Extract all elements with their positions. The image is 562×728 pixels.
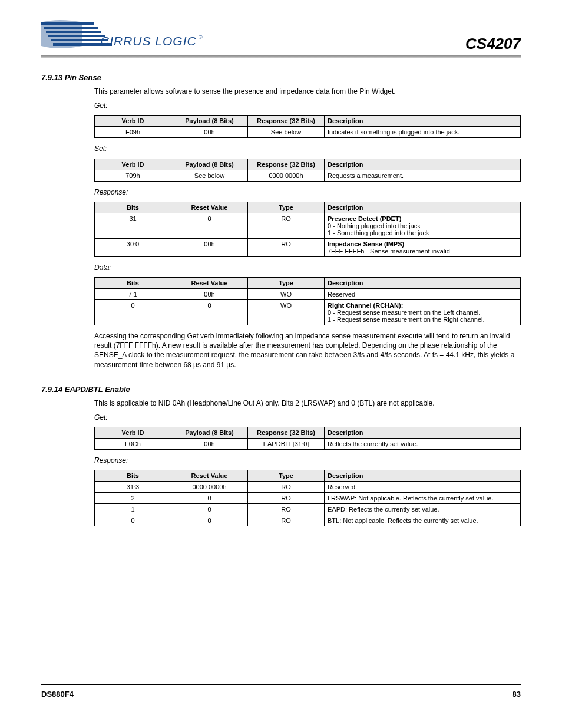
th: Bits (95, 202, 171, 213)
td: Reflects the currently set value. (325, 439, 521, 450)
td: Reserved (325, 288, 521, 299)
th: Verb ID (95, 159, 171, 170)
th: Description (325, 427, 521, 439)
td: See below (171, 170, 248, 181)
td: 0000 0000h (171, 482, 248, 493)
th: Response (32 Bits) (248, 427, 325, 439)
response-table-2: Bits Reset Value Type Description 31:3 0… (94, 470, 521, 526)
table-row: 0 0 WO Right Channel (RCHAN):0 - Request… (95, 299, 521, 325)
td: LRSWAP: Not applicable. Reflects the cur… (325, 493, 521, 504)
th: Type (248, 470, 325, 482)
td: RO (248, 482, 325, 493)
th: Reset Value (171, 202, 248, 213)
td: EAPD: Reflects the currently set value. (325, 504, 521, 515)
table-row: F09h 00h See below Indicates if somethin… (95, 127, 521, 138)
get-table-1: Verb ID Payload (8 Bits) Response (32 Bi… (94, 115, 521, 138)
td: 00h (171, 238, 248, 256)
desc-title: Presence Detect (PDET) (328, 215, 401, 222)
section-note: Accessing the corresponding Get verb imm… (94, 331, 521, 370)
page-footer: DS880F4 83 (41, 684, 521, 699)
th: Description (325, 277, 521, 288)
data-label: Data: (94, 263, 521, 272)
th: Payload (8 Bits) (171, 159, 248, 170)
td: 31:3 (95, 482, 171, 493)
th: Payload (8 Bits) (171, 427, 248, 439)
table-row: 31 0 RO Presence Detect (PDET)0 - Nothin… (95, 213, 521, 238)
table-row: 709h See below 0000 0000h Requests a mea… (95, 170, 521, 181)
section-intro: This parameter allows software to sense … (94, 87, 521, 96)
td: 0 (171, 493, 248, 504)
td: Reserved. (325, 482, 521, 493)
svg-text:CIRRUS LOGIC: CIRRUS LOGIC (100, 34, 197, 48)
table-row: 7:1 00h WO Reserved (95, 288, 521, 299)
cirrus-logic-logo: CIRRUS LOGIC ® (41, 18, 206, 53)
td: 00h (171, 288, 248, 299)
td: RO (248, 515, 325, 526)
table-header-row: Verb ID Payload (8 Bits) Response (32 Bi… (95, 116, 521, 127)
response-label-2: Response: (94, 456, 521, 465)
set-label: Set: (94, 144, 521, 153)
get-table-2: Verb ID Payload (8 Bits) Response (32 Bi… (94, 427, 521, 450)
page-header: CIRRUS LOGIC ® CS4207 (41, 18, 521, 55)
doc-id: DS880F4 (41, 690, 74, 699)
td: WO (248, 299, 325, 325)
td: Requests a measurement. (325, 170, 521, 181)
page-number: 83 (513, 690, 521, 699)
section-intro-2: This is applicable to NID 0Ah (Headphone… (94, 398, 521, 408)
td: 1 (95, 504, 171, 515)
data-table-1: Bits Reset Value Type Description 7:1 00… (94, 277, 521, 325)
td: 0 (171, 213, 248, 238)
td: 7:1 (95, 288, 171, 299)
td: 0000 0000h (248, 170, 325, 181)
response-table-1: Bits Reset Value Type Description 31 0 R… (94, 202, 521, 257)
td: 0 (171, 515, 248, 526)
part-number: CS4207 (465, 35, 521, 53)
th: Bits (95, 277, 171, 288)
td: WO (248, 288, 325, 299)
th: Reset Value (171, 470, 248, 482)
th: Reset Value (171, 277, 248, 288)
th: Type (248, 202, 325, 213)
td: 00h (171, 439, 248, 450)
table-row: 31:3 0000 0000h RO Reserved. (95, 482, 521, 493)
th: Description (325, 116, 521, 127)
th: Description (325, 202, 521, 213)
footer-divider (41, 684, 521, 685)
td: 31 (95, 213, 171, 238)
td: EAPDBTL[31:0] (248, 439, 325, 450)
section-title-eapd: 7.9.14 EAPD/BTL Enable (41, 385, 521, 394)
table-row: 1 0 RO EAPD: Reflects the currently set … (95, 504, 521, 515)
td: F09h (95, 127, 171, 138)
td: F0Ch (95, 439, 171, 450)
td: 30:0 (95, 238, 171, 256)
td: 0 (171, 299, 248, 325)
header-divider (41, 55, 521, 58)
get-label: Get: (94, 101, 521, 110)
get-label-2: Get: (94, 413, 521, 422)
td: RO (248, 213, 325, 238)
desc-title: Impedance Sense (IMPS) (328, 241, 404, 248)
td: 0 (171, 504, 248, 515)
td: 2 (95, 493, 171, 504)
th: Bits (95, 470, 171, 482)
table-row: 2 0 RO LRSWAP: Not applicable. Reflects … (95, 493, 521, 504)
th: Response (32 Bits) (248, 159, 325, 170)
table-header-row: Bits Reset Value Type Description (95, 202, 521, 213)
desc-title: Right Channel (RCHAN): (328, 302, 403, 309)
td: BTL: Not applicable. Reflects the curren… (325, 515, 521, 526)
th: Description (325, 159, 521, 170)
response-label: Response: (94, 187, 521, 197)
td: Right Channel (RCHAN):0 - Request sense … (325, 299, 521, 325)
table-row: F0Ch 00h EAPDBTL[31:0] Reflects the curr… (95, 439, 521, 450)
td: 0 (95, 299, 171, 325)
set-table-1: Verb ID Payload (8 Bits) Response (32 Bi… (94, 159, 521, 182)
td: Impedance Sense (IMPS)7FFF FFFFh - Sense… (325, 238, 521, 256)
th: Verb ID (95, 427, 171, 439)
th: Type (248, 277, 325, 288)
td: See below (248, 127, 325, 138)
table-row: 30:0 00h RO Impedance Sense (IMPS)7FFF F… (95, 238, 521, 256)
td: 0 (95, 515, 171, 526)
td: Indicates if something is plugged into t… (325, 127, 521, 138)
th: Verb ID (95, 116, 171, 127)
table-header-row: Verb ID Payload (8 Bits) Response (32 Bi… (95, 427, 521, 439)
